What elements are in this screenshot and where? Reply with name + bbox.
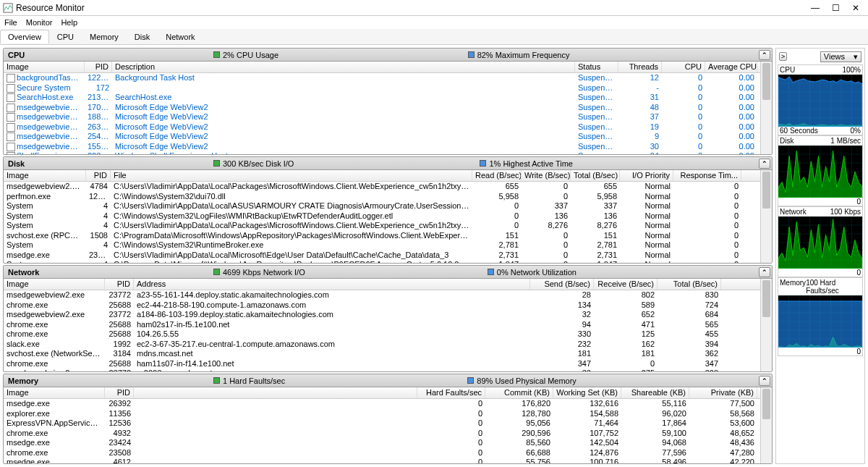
memory-panel: Memory 1 Hard Faults/sec 89% Used Physic…	[3, 374, 773, 464]
app-icon	[3, 3, 13, 13]
net-util-label: 0% Network Utilization	[497, 268, 576, 277]
menu-monitor[interactable]: Monitor	[26, 18, 53, 27]
tab-overview[interactable]: Overview	[0, 30, 49, 43]
menubar: File Monitor Help	[0, 16, 868, 29]
table-row[interactable]: SearchHost.exe21380SearchHost.exeSuspend…	[4, 93, 760, 103]
checkbox[interactable]	[7, 123, 15, 132]
table-row[interactable]: explorer.exe113560128,780154,58896,02058…	[4, 409, 760, 419]
table-row[interactable]: System4C:\Users\Vladimir\AppData\Local\A…	[4, 201, 760, 211]
mem-faults-label: 1 Hard Faults/sec	[223, 376, 285, 385]
table-row[interactable]: msedgewebview2.exe23772a-0003.a-msedge.n…	[4, 369, 760, 371]
checkbox[interactable]	[7, 84, 15, 93]
network-title: Network	[4, 268, 83, 277]
square-icon	[213, 160, 220, 167]
square-icon	[213, 269, 220, 275]
checkbox[interactable]	[7, 93, 15, 102]
table-row[interactable]: msedgewebview2.exe18848Microsoft Edge We…	[4, 112, 760, 122]
table-row[interactable]: chrome.exe49320290,596107,75259,10048,65…	[4, 429, 760, 439]
checkbox[interactable]	[7, 104, 15, 112]
disk-panel: Disk 300 KB/sec Disk I/O 1% Highest Acti…	[3, 156, 773, 264]
table-row[interactable]: msedgewebview2.exe25464Microsoft Edge We…	[4, 132, 760, 142]
scrollbar[interactable]	[760, 387, 772, 463]
mem-used-label: 89% Used Physical Memory	[477, 376, 576, 385]
table-row[interactable]: msedge.exe4612055,756100,71658,49642,220	[4, 458, 760, 463]
table-row[interactable]: chrome.exe25688104.26.5.55330125455	[4, 329, 760, 340]
memory-title: Memory	[4, 376, 83, 385]
table-row[interactable]: msedge.exe23720C:\Users\Vladimir\AppData…	[4, 251, 760, 261]
window-title: Resource Monitor	[16, 3, 85, 13]
side-collapse-button[interactable]: >	[779, 52, 787, 61]
scrollbar[interactable]	[760, 62, 772, 154]
table-row[interactable]: msedgewebview2.exe23772a23-55-161-144.de…	[4, 290, 760, 300]
disk-io-label: 300 KB/sec Disk I/O	[223, 159, 294, 168]
table-row[interactable]: msedgewebview2.exe26348Microsoft Edge We…	[4, 122, 760, 132]
table-row[interactable]: svchost.exe (NetworkService -p)3184mdns.…	[4, 349, 760, 359]
tab-disk[interactable]: Disk	[127, 30, 158, 43]
menu-help[interactable]: Help	[61, 18, 77, 27]
table-row[interactable]: System4C:\ProgramData\Microsoft\Windows\…	[4, 260, 760, 263]
table-row[interactable]: msedgewebview2.exe4784C:\Users\Vladimir\…	[4, 182, 760, 192]
views-dropdown[interactable]: Views▾	[820, 51, 861, 62]
table-row[interactable]: slack.exe1992ec2-3-67-35-217.eu-central-…	[4, 340, 760, 350]
table-row[interactable]: chrome.exe25688ham02s17-in-f5.1e100.net9…	[4, 320, 760, 330]
table-row[interactable]: System4C:\Windows\System32\RuntimeBroker…	[4, 240, 760, 251]
square-icon	[468, 51, 475, 58]
table-row[interactable]: backgroundTaskHost.exe12224Background Ta…	[4, 73, 760, 83]
square-icon	[213, 377, 220, 384]
collapse-button[interactable]: ⌃	[759, 267, 770, 277]
table-row[interactable]: System4C:\Windows\System32\LogFiles\WMI\…	[4, 211, 760, 222]
table-row[interactable]: chrome.exe25688ham11s07-in-f14.1e100.net…	[4, 359, 760, 369]
table-row[interactable]: ExpressVPN.AppService.exe12536095,05671,…	[4, 418, 760, 429]
table-row[interactable]: svchost.exe (RPCSS -p)1508C:\ProgramData…	[4, 231, 760, 241]
collapse-button[interactable]: ⌃	[759, 376, 770, 386]
table-row[interactable]: msedge.exe263920176,820132,61655,11677,5…	[4, 399, 760, 409]
cpu-freq-label: 82% Maximum Frequency	[477, 51, 570, 59]
square-icon	[467, 377, 474, 384]
table-row[interactable]: msedgewebview2.exe15540Microsoft Edge We…	[4, 142, 760, 152]
tabbar: Overview CPU Memory Disk Network	[0, 29, 868, 45]
network-column-headers[interactable]: ImagePIDAddressSend (B/sec)Receive (B/se…	[4, 279, 760, 290]
cpu-column-headers[interactable]: ImagePIDDescriptionStatusThreadsCPUAvera…	[4, 62, 760, 73]
chart-disk: Disk1 MB/sec0	[778, 135, 863, 206]
svg-rect-0	[4, 3, 12, 12]
table-row[interactable]: Secure System172Suspended-00.00	[4, 83, 760, 93]
side-charts: > Views▾ CPU100%60 Seconds0%Disk1 MB/sec…	[775, 48, 865, 464]
square-icon	[213, 51, 220, 58]
close-button[interactable]: ✕	[851, 3, 861, 13]
collapse-button[interactable]: ⌃	[759, 50, 770, 60]
chart-network: Network100 Kbps0	[778, 206, 863, 277]
table-row[interactable]: perfmon.exe12900C:\Windows\System32\dui7…	[4, 192, 760, 202]
net-io-label: 4699 Kbps Network I/O	[223, 268, 305, 277]
table-row[interactable]: chrome.exe23508066,688124,87677,59647,28…	[4, 448, 760, 458]
checkbox[interactable]	[7, 152, 15, 154]
checkbox[interactable]	[7, 74, 15, 83]
disk-title: Disk	[4, 159, 83, 168]
cpu-panel: CPU 2% CPU Usage 82% Maximum Frequency ⌃…	[3, 48, 773, 155]
tab-network[interactable]: Network	[158, 30, 203, 43]
scrollbar[interactable]	[760, 170, 772, 263]
square-icon	[480, 160, 486, 167]
collapse-button[interactable]: ⌃	[759, 159, 770, 169]
disk-column-headers[interactable]: ImagePIDFileRead (B/sec)Write (B/sec)Tot…	[4, 170, 760, 182]
chart-memory: Memory100 Hard Faults/sec0	[778, 277, 863, 356]
menu-file[interactable]: File	[4, 18, 17, 27]
titlebar: Resource Monitor — ☐ ✕	[0, 0, 868, 16]
minimize-button[interactable]: —	[810, 3, 820, 13]
table-row[interactable]: chrome.exe25688ec2-44-218-58-190.compute…	[4, 300, 760, 311]
checkbox[interactable]	[7, 143, 15, 151]
table-row[interactable]: msedgewebview2.exe23772a184-86-103-199.d…	[4, 310, 760, 320]
checkbox[interactable]	[7, 132, 15, 141]
maximize-button[interactable]: ☐	[830, 3, 841, 13]
table-row[interactable]: msedge.exe23424085,560142,50494,06848,43…	[4, 438, 760, 448]
cpu-usage-label: 2% CPU Usage	[223, 51, 278, 59]
tab-memory[interactable]: Memory	[82, 30, 127, 43]
table-row[interactable]: ShellExperienceHost.exe20348Windows Shel…	[4, 151, 760, 154]
checkbox[interactable]	[7, 113, 15, 122]
memory-column-headers[interactable]: ImagePIDHard Faults/secCommit (KB)Workin…	[4, 387, 760, 399]
table-row[interactable]: msedgewebview2.exe17016Microsoft Edge We…	[4, 103, 760, 113]
network-panel: Network 4699 Kbps Network I/O 0% Network…	[3, 265, 773, 372]
tab-cpu[interactable]: CPU	[49, 30, 82, 43]
scrollbar[interactable]	[760, 279, 772, 371]
cpu-title: CPU	[4, 51, 83, 59]
table-row[interactable]: System4C:\Users\Vladimir\AppData\Local\P…	[4, 221, 760, 231]
